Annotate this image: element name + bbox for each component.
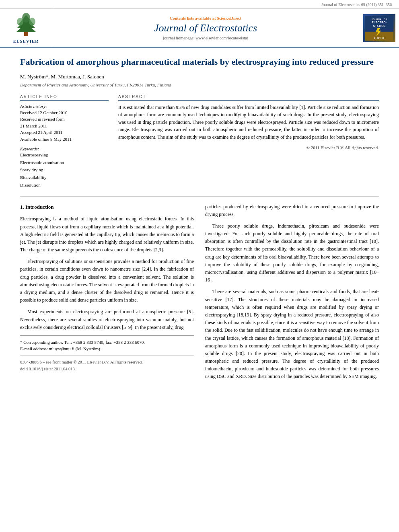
right-para-3: There are several materials, such as som… (205, 288, 379, 380)
body-left-column: 1. Introduction Electrospraying is a met… (20, 203, 194, 385)
right-para-2: Three poorly soluble drugs, indomethacin… (205, 222, 379, 284)
section-number: 1. (20, 204, 24, 210)
keyword-4: Bioavailability (20, 174, 109, 181)
keyword-5: Dissolution (20, 181, 109, 189)
electrostatics-logo-area: JOURNAL OF ELECTRO- STATICS ELSEVIER (359, 9, 399, 47)
right-para-1: particles produced by electrospraying we… (205, 203, 379, 218)
journal-info-center: Contents lists available at ScienceDirec… (52, 9, 359, 47)
keyword-3: Spray drying (20, 166, 109, 174)
revised-date: 21 March 2011 (20, 123, 109, 129)
issn-line: 0304-3886/$ – see front matter © 2011 El… (20, 359, 194, 366)
history-label: Article history: (20, 104, 109, 109)
journal-title: Journal of Electrostatics (154, 22, 257, 34)
email-line: E-mail address: mluyst@utu.fi (M. Nyströ… (20, 345, 194, 352)
svg-text:ELSEVIER: ELSEVIER (374, 37, 385, 39)
elsevier-label: ELSEVIER (13, 39, 39, 43)
keyword-1: Electrospraying (20, 151, 109, 159)
homepage-prefix: journal homepage: (163, 36, 195, 40)
svg-rect-0 (24, 32, 28, 36)
sciencedirect-name: ScienceDirect (217, 16, 241, 21)
intro-para-1: Electrospraying is a method of liquid at… (20, 215, 194, 254)
keywords-label: Keywords: (20, 146, 109, 151)
abstract-section: ABSTRACT It is estimated that more than … (118, 94, 379, 189)
received-date: Received 12 October 2010 (20, 109, 109, 116)
section-divider (20, 196, 379, 197)
intro-para-3: Most experiments on electrospraying are … (20, 308, 194, 331)
homepage-url: www.elsevier.com/locate/elstat (195, 36, 248, 40)
body-right-column: particles produced by electrospraying we… (205, 203, 379, 385)
elsevier-logo: ELSEVIER (12, 13, 40, 43)
copyright-line: © 2011 Elsevier B.V. All rights reserved… (118, 145, 379, 150)
email-label: E-mail address: (20, 346, 48, 351)
journal-header: ELSEVIER Contents lists available at Sci… (0, 9, 399, 48)
elsevier-logo-area: ELSEVIER (0, 9, 52, 47)
electrostatics-logo-icon: JOURNAL OF ELECTRO- STATICS ELSEVIER (363, 16, 395, 41)
svg-text:ELECTRO-: ELECTRO- (372, 21, 387, 24)
keywords-section: Keywords: Electrospraying Electrostatic … (20, 146, 109, 189)
article-info-label: ARTICLE INFO (20, 94, 109, 101)
svg-text:JOURNAL OF: JOURNAL OF (371, 18, 387, 21)
doi-line: doi:10.1016/j.elstat.2011.04.013 (20, 366, 194, 373)
paper-title: Fabrication of amorphous pharmaceutical … (20, 56, 379, 68)
authors: M. Nyström*, M. Murtomaa, J. Salonen (20, 74, 379, 80)
journal-homepage: journal homepage: www.elsevier.com/locat… (163, 36, 248, 40)
svg-text:STATICS: STATICS (373, 25, 385, 27)
paper-content: Fabrication of amorphous pharmaceutical … (0, 48, 399, 393)
online-date: Available online 8 May 2011 (20, 136, 109, 143)
article-info-abstract-section: ARTICLE INFO Article history: Received 1… (20, 94, 379, 189)
intro-para-2: Electrospraying of solutions or suspensi… (20, 258, 194, 304)
affiliation: Department of Physics and Astronomy, Uni… (20, 82, 379, 87)
article-info: ARTICLE INFO Article history: Received 1… (20, 94, 109, 189)
email-value: mluyst@utu.fi (M. Nyström). (49, 346, 101, 351)
revised-label: Received in revised form (20, 116, 109, 123)
sciencedirect-prefix: Contents lists available at (170, 16, 217, 21)
electrostatics-logo: JOURNAL OF ELECTRO- STATICS ELSEVIER (363, 14, 395, 42)
accepted-date: Accepted 21 April 2011 (20, 129, 109, 136)
keywords-list: Electrospraying Electrostatic atomisatio… (20, 151, 109, 189)
body-columns: 1. Introduction Electrospraying is a met… (20, 203, 379, 385)
abstract-text: It is estimated that more than 95% of ne… (118, 104, 379, 141)
svg-point-6 (22, 13, 30, 23)
elsevier-tree-icon (12, 13, 40, 37)
article-history-block: Article history: Received 12 October 201… (20, 104, 109, 143)
journal-ref-text: Journal of Electrostatics 69 (2011) 351–… (321, 2, 392, 7)
keyword-2: Electrostatic atomisation (20, 159, 109, 166)
footer-bar: 0304-3886/$ – see front matter © 2011 El… (20, 355, 194, 373)
footnote-section: * Corresponding author. Tel.: +358 2 333… (20, 335, 194, 352)
abstract-label: ABSTRACT (118, 94, 379, 101)
journal-reference-bar: Journal of Electrostatics 69 (2011) 351–… (0, 0, 399, 9)
intro-section-title: 1. Introduction (20, 203, 194, 212)
sciencedirect-link: Contents lists available at ScienceDirec… (170, 16, 241, 21)
corresponding-author-note: * Corresponding author. Tel.: +358 2 333… (20, 339, 194, 346)
section-title-text: Introduction (25, 204, 54, 210)
